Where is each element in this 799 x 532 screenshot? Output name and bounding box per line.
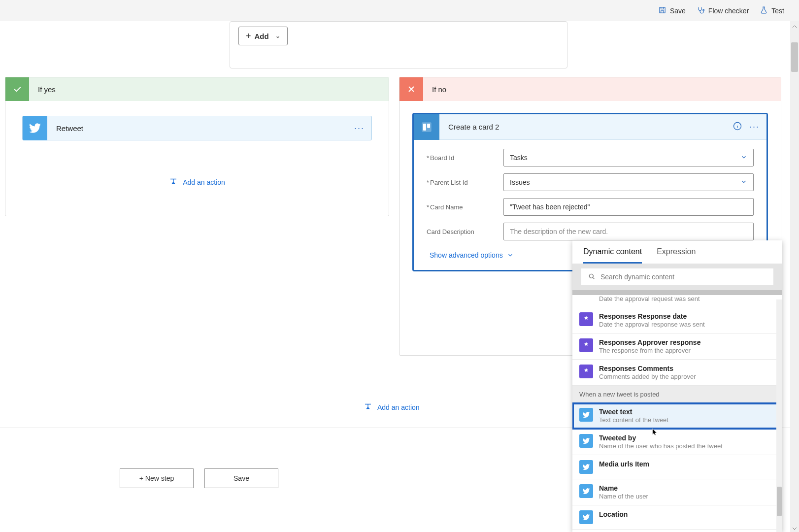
chevron-down-icon <box>740 154 747 162</box>
branch-yes-header[interactable]: If yes <box>5 77 389 101</box>
twitter-icon <box>579 510 593 524</box>
dynamic-content-search[interactable]: Search dynamic content <box>581 268 773 285</box>
card-name-value[interactable] <box>510 203 747 211</box>
twitter-icon <box>579 434 593 448</box>
dc-item-media-urls-item[interactable]: Media urls Item <box>572 455 782 479</box>
svg-point-6 <box>589 274 593 278</box>
dynamic-content-flyout: Dynamic content Expression Search dynami… <box>572 240 782 532</box>
card-name-input[interactable] <box>503 198 754 216</box>
page-scrollbar[interactable] <box>790 21 799 532</box>
dc-item-responses-comments[interactable]: Responses Comments Comments added by the… <box>572 360 782 386</box>
create-card-title: Create a card 2 <box>448 123 732 131</box>
svg-point-1 <box>703 9 704 11</box>
add-action-outer[interactable]: Add an action <box>364 402 420 412</box>
info-icon[interactable] <box>732 121 742 133</box>
scroll-down-icon[interactable] <box>792 525 797 530</box>
board-id-select[interactable]: Tasks <box>503 149 754 166</box>
dc-title: Media urls Item <box>599 460 649 468</box>
twitter-icon <box>579 460 593 474</box>
more-menu[interactable]: ··· <box>354 123 365 133</box>
dc-item-tweet-text[interactable]: Tweet text Text content of the tweet <box>572 403 782 429</box>
branch-yes: If yes Retweet ··· Add an action <box>5 77 389 216</box>
new-step-button[interactable]: + New step <box>120 468 194 488</box>
dc-item-location[interactable]: Location <box>572 505 782 530</box>
dc-desc: Date the approval response was sent <box>599 321 705 328</box>
dc-desc: Comments added by the approver <box>599 373 696 380</box>
scroll-up-icon[interactable] <box>792 23 797 28</box>
branch-no-header[interactable]: If no <box>400 77 781 101</box>
dc-title: Tweet text <box>599 408 668 416</box>
dc-desc: Name of the user who has posted the twee… <box>599 442 723 450</box>
save-icon <box>658 6 666 16</box>
flask-icon <box>760 6 768 16</box>
tab-expression[interactable]: Expression <box>657 247 696 264</box>
svg-rect-0 <box>660 7 665 12</box>
flow-canvas: + Add ⌄ If yes Retweet ··· Add an action <box>0 21 799 532</box>
dc-item-responses-response-date[interactable]: Responses Response date Date the approva… <box>572 307 782 333</box>
branch-no-label: If no <box>432 85 446 94</box>
more-menu[interactable]: ··· <box>749 122 760 132</box>
branch-yes-label: If yes <box>38 85 56 94</box>
chevron-down-icon <box>740 178 747 187</box>
dc-desc: Name of the user <box>599 493 648 500</box>
dynamic-content-list: Date the approval request was sent Respo… <box>572 295 782 532</box>
step-retweet[interactable]: Retweet ··· <box>22 116 372 140</box>
tab-dynamic-content[interactable]: Dynamic content <box>583 247 642 264</box>
save-button[interactable]: Save <box>658 6 686 16</box>
card-description-input[interactable] <box>503 223 754 240</box>
dc-title: Location <box>599 510 628 518</box>
parent-list-id-select[interactable]: Issues <box>503 173 754 191</box>
flow-checker-button[interactable]: Flow checker <box>697 6 749 16</box>
approval-icon <box>579 365 593 378</box>
dc-title: Tweeted by <box>599 434 723 442</box>
trello-icon <box>414 114 439 140</box>
top-toolbar: Save Flow checker Test <box>0 0 799 21</box>
dc-item-responses-approver-response[interactable]: Responses Approver response The response… <box>572 333 782 360</box>
dc-item-tweeted-by[interactable]: Tweeted by Name of the user who has post… <box>572 429 782 455</box>
plus-icon: + <box>246 31 251 41</box>
insert-step-icon <box>169 177 178 187</box>
approval-icon <box>579 338 593 352</box>
svg-rect-3 <box>423 123 426 130</box>
test-label: Test <box>771 7 784 15</box>
page-scrollbar-thumb[interactable] <box>791 42 798 72</box>
retweet-title: Retweet <box>56 124 354 133</box>
approval-icon <box>579 312 593 326</box>
svg-rect-4 <box>427 123 430 128</box>
card-description-label: Card Description <box>427 228 503 235</box>
dc-title: Name <box>599 484 648 492</box>
board-id-label: *Board Id <box>427 154 503 162</box>
truncated-item-desc: Date the approval request was sent <box>572 295 782 307</box>
card-name-label: *Card Name <box>427 203 503 211</box>
trigger-card: + Add ⌄ <box>230 21 567 68</box>
dc-item-name[interactable]: Name Name of the user <box>572 479 782 505</box>
add-action-yes-label: Add an action <box>183 178 225 186</box>
test-button[interactable]: Test <box>760 6 784 16</box>
card-description-field[interactable] <box>510 228 747 235</box>
dc-desc: Text content of the tweet <box>599 416 668 424</box>
add-action-yes[interactable]: Add an action <box>5 177 389 187</box>
add-button[interactable]: + Add ⌄ <box>238 27 288 45</box>
gray-strip <box>572 290 782 295</box>
insert-step-icon <box>364 402 372 412</box>
flow-checker-label: Flow checker <box>708 7 749 15</box>
dc-title: Responses Response date <box>599 312 705 320</box>
add-action-outer-label: Add an action <box>377 403 420 411</box>
step-create-card-header[interactable]: Create a card 2 ··· <box>414 114 766 140</box>
add-label: Add <box>255 32 269 40</box>
flyout-scrollbar-thumb[interactable] <box>777 487 782 516</box>
parent-list-id-label: *Parent List Id <box>427 179 503 186</box>
board-id-value: Tasks <box>510 154 528 162</box>
dc-group-tweet: When a new tweet is posted <box>572 386 782 403</box>
dc-desc: The response from the approver <box>599 347 700 354</box>
save-footer-button[interactable]: Save <box>204 468 278 488</box>
check-icon <box>5 77 29 101</box>
flyout-scrollbar[interactable] <box>776 299 782 532</box>
twitter-icon <box>579 408 593 422</box>
save-label: Save <box>670 7 686 15</box>
dc-title: Responses Comments <box>599 365 696 372</box>
stethoscope-icon <box>697 6 705 16</box>
search-placeholder: Search dynamic content <box>600 273 674 281</box>
twitter-icon <box>579 484 593 498</box>
parent-list-id-value: Issues <box>510 178 530 186</box>
